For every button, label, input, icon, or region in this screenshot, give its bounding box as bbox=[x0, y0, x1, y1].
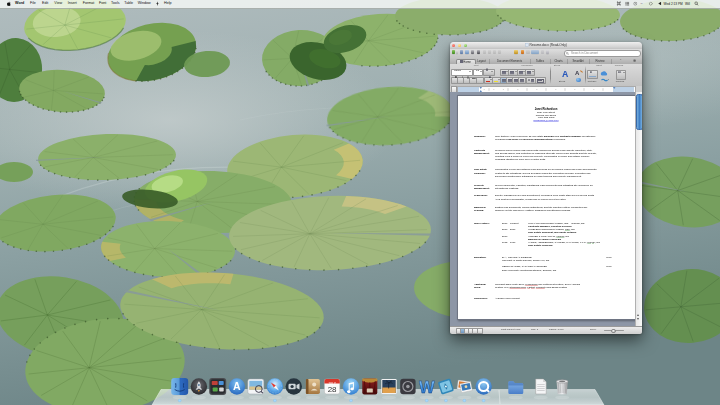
svg-text:28: 28 bbox=[328, 385, 337, 394]
svg-text:A: A bbox=[233, 380, 241, 392]
svg-text:W: W bbox=[419, 378, 435, 396]
